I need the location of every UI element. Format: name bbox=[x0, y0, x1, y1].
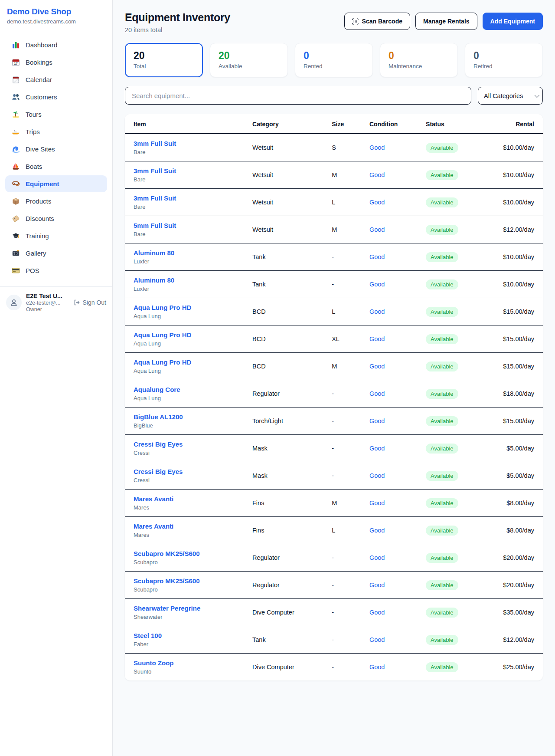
condition-link[interactable]: Good bbox=[369, 500, 385, 506]
item-name-link[interactable]: Steel 100 bbox=[134, 632, 252, 639]
condition-link[interactable]: Good bbox=[369, 636, 385, 643]
condition-link[interactable]: Good bbox=[369, 390, 385, 397]
item-name-link[interactable]: Suunto Zoop bbox=[134, 659, 252, 667]
item-name-link[interactable]: Scubapro MK25/S600 bbox=[134, 577, 252, 585]
condition-link[interactable]: Good bbox=[369, 199, 385, 206]
scan-barcode-button[interactable]: Scan Barcode bbox=[344, 13, 410, 30]
item-name-link[interactable]: BigBlue AL1200 bbox=[134, 413, 252, 421]
category-select[interactable]: All Categories bbox=[478, 87, 543, 105]
condition-link[interactable]: Good bbox=[369, 171, 385, 178]
sidebar-item-calendar[interactable]: Calendar bbox=[5, 71, 107, 88]
search-input[interactable] bbox=[125, 87, 471, 105]
item-name-link[interactable]: 5mm Full Suit bbox=[134, 222, 252, 229]
stat-card-total[interactable]: 20 Total bbox=[125, 43, 203, 77]
item-name-link[interactable]: Aluminum 80 bbox=[134, 276, 252, 284]
item-brand: Shearwater bbox=[134, 614, 252, 620]
item-name-link[interactable]: Cressi Big Eyes bbox=[134, 440, 252, 448]
item-category: Dive Computer bbox=[252, 599, 332, 626]
barcode-scan-icon bbox=[352, 18, 359, 25]
rental-price: $5.00/day bbox=[506, 472, 534, 479]
item-size: S bbox=[332, 134, 369, 161]
condition-link[interactable]: Good bbox=[369, 664, 385, 671]
status-badge: Available bbox=[426, 170, 458, 180]
status-badge: Available bbox=[426, 279, 458, 289]
sidebar-item-tours[interactable]: Tours bbox=[5, 106, 107, 123]
sidebar-item-training[interactable]: Training bbox=[5, 227, 107, 244]
brand-title[interactable]: Demo Dive Shop bbox=[7, 7, 105, 16]
sidebar-item-pos[interactable]: POS bbox=[5, 262, 107, 279]
main-content: Equipment Inventory 20 items total Scan … bbox=[113, 0, 555, 756]
manage-rentals-button[interactable]: Manage Rentals bbox=[415, 13, 477, 30]
sidebar-item-discounts[interactable]: Discounts bbox=[5, 210, 107, 227]
item-size: M bbox=[332, 353, 369, 380]
wave-icon bbox=[12, 145, 20, 153]
stat-card-available[interactable]: 20 Available bbox=[210, 43, 288, 77]
sidebar-item-boats[interactable]: Boats bbox=[5, 158, 107, 175]
rental-price: $35.00/day bbox=[503, 609, 534, 616]
item-name-link[interactable]: Scubapro MK25/S600 bbox=[134, 550, 252, 557]
condition-link[interactable]: Good bbox=[369, 527, 385, 534]
condition-link[interactable]: Good bbox=[369, 253, 385, 260]
avatar bbox=[6, 295, 22, 310]
sidebar-item-bookings[interactable]: 17 Bookings bbox=[5, 54, 107, 71]
item-size: - bbox=[332, 408, 369, 435]
condition-link[interactable]: Good bbox=[369, 472, 385, 479]
status-badge: Available bbox=[426, 608, 458, 618]
rental-price: $5.00/day bbox=[506, 445, 534, 452]
item-name-link[interactable]: 3mm Full Suit bbox=[134, 140, 252, 147]
table-row: Aluminum 80 Luxfer Tank - Good Available… bbox=[125, 271, 543, 298]
sidebar-item-products[interactable]: Products bbox=[5, 193, 107, 210]
add-equipment-label: Add Equipment bbox=[490, 18, 535, 25]
status-badge: Available bbox=[426, 362, 458, 371]
item-name-link[interactable]: Aluminum 80 bbox=[134, 249, 252, 256]
condition-link[interactable]: Good bbox=[369, 281, 385, 288]
item-size: - bbox=[332, 435, 369, 462]
sidebar-item-dive-sites[interactable]: Dive Sites bbox=[5, 141, 107, 158]
stat-label: Total bbox=[134, 63, 194, 69]
item-brand: Aqua Lung bbox=[134, 313, 252, 319]
sidebar-item-equipment[interactable]: Equipment bbox=[5, 175, 107, 192]
condition-link[interactable]: Good bbox=[369, 226, 385, 233]
palm-island-icon bbox=[12, 110, 20, 118]
sidebar-item-dashboard[interactable]: Dashboard bbox=[5, 36, 107, 53]
condition-link[interactable]: Good bbox=[369, 609, 385, 616]
item-name-link[interactable]: Shearwater Peregrine bbox=[134, 605, 252, 612]
condition-link[interactable]: Good bbox=[369, 445, 385, 452]
scan-barcode-label: Scan Barcode bbox=[362, 18, 402, 25]
sidebar-item-customers[interactable]: Customers bbox=[5, 89, 107, 105]
stat-card-maintenance[interactable]: 0 Maintenance bbox=[380, 43, 458, 77]
condition-link[interactable]: Good bbox=[369, 363, 385, 370]
sidebar-item-label: Dive Sites bbox=[26, 145, 55, 153]
item-name-link[interactable]: 3mm Full Suit bbox=[134, 167, 252, 174]
item-category: Wetsuit bbox=[252, 161, 332, 189]
sidebar-item-label: Gallery bbox=[26, 250, 46, 257]
sign-out-button[interactable]: Sign Out bbox=[73, 299, 106, 306]
item-name-link[interactable]: Mares Avanti bbox=[134, 495, 252, 503]
condition-link[interactable]: Good bbox=[369, 554, 385, 561]
rental-price: $25.00/day bbox=[503, 664, 534, 671]
stat-card-retired[interactable]: 0 Retired bbox=[465, 43, 543, 77]
sidebar-item-gallery[interactable]: Gallery bbox=[5, 245, 107, 262]
condition-link[interactable]: Good bbox=[369, 144, 385, 151]
app-root: Demo Dive Shop demo.test.divestreams.com… bbox=[0, 0, 555, 756]
item-name-link[interactable]: Mares Avanti bbox=[134, 523, 252, 530]
item-name-link[interactable]: Aqua Lung Pro HD bbox=[134, 304, 252, 311]
item-name-link[interactable]: Cressi Big Eyes bbox=[134, 468, 252, 475]
item-name-link[interactable]: Aqua Lung Pro HD bbox=[134, 331, 252, 339]
sidebar-item-trips[interactable]: Trips bbox=[5, 123, 107, 140]
rental-price: $10.00/day bbox=[503, 281, 534, 288]
brand-domain: demo.test.divestreams.com bbox=[7, 18, 105, 25]
status-badge: Available bbox=[426, 334, 458, 344]
condition-link[interactable]: Good bbox=[369, 308, 385, 315]
item-name-link[interactable]: Aqua Lung Pro HD bbox=[134, 358, 252, 366]
condition-link[interactable]: Good bbox=[369, 582, 385, 588]
condition-link[interactable]: Good bbox=[369, 335, 385, 342]
condition-link[interactable]: Good bbox=[369, 417, 385, 424]
svg-text:17: 17 bbox=[14, 62, 17, 66]
item-name-link[interactable]: 3mm Full Suit bbox=[134, 194, 252, 202]
item-name-link[interactable]: Aqualung Core bbox=[134, 386, 252, 393]
rental-price: $8.00/day bbox=[506, 527, 534, 534]
add-equipment-button[interactable]: Add Equipment bbox=[483, 13, 543, 30]
stat-card-rented[interactable]: 0 Rented bbox=[295, 43, 373, 77]
item-brand: Aqua Lung bbox=[134, 340, 252, 347]
